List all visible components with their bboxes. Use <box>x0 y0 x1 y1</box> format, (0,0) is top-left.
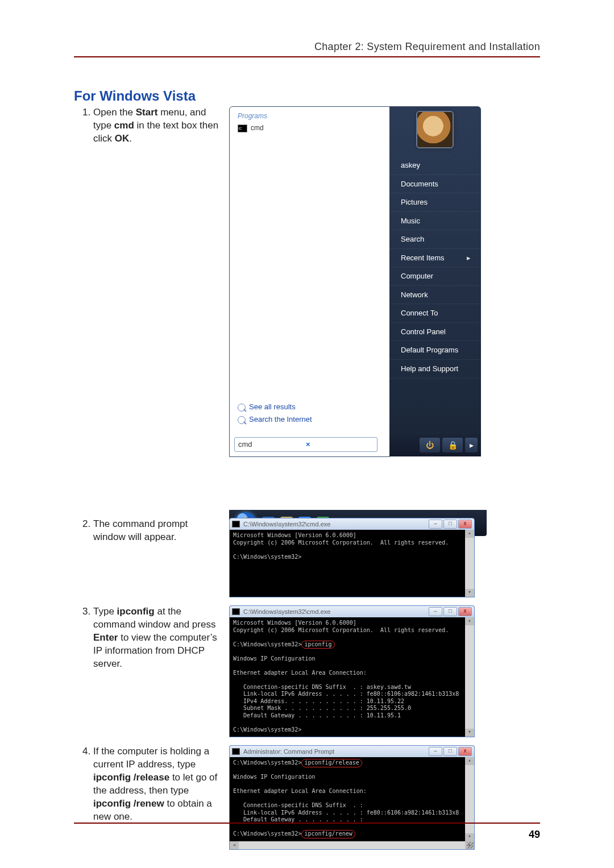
cmd-icon <box>232 608 240 615</box>
clear-search-icon[interactable]: × <box>306 439 374 450</box>
see-all-results[interactable]: See all results <box>238 402 296 412</box>
horizontal-scrollbar[interactable]: ◂▸ <box>230 841 474 849</box>
minimize-button[interactable]: – <box>429 520 442 529</box>
maximize-button[interactable]: □ <box>443 520 457 529</box>
close-button[interactable]: x <box>458 607 472 616</box>
user-name[interactable]: askey <box>389 156 481 175</box>
search-icon <box>238 416 246 424</box>
highlighted-command: ipconfig/release <box>301 759 362 767</box>
window-title: C:\Windows\system32\cmd.exe <box>243 520 429 529</box>
menu-computer[interactable]: Computer <box>389 267 481 286</box>
cmd-window-release-renew: Administrator: Command Prompt – □ x C:\W… <box>229 745 475 850</box>
step-2-text: The command prompt window will appear. <box>93 518 221 544</box>
resize-grip[interactable] <box>467 842 474 849</box>
running-header: Chapter 2: System Requirement and Instal… <box>74 41 540 53</box>
menu-connect-to[interactable]: Connect To <box>389 304 481 323</box>
section-title: For Windows Vista <box>74 88 540 104</box>
vertical-scrollbar[interactable]: ▴▾ <box>465 530 474 597</box>
menu-control-panel[interactable]: Control Panel <box>389 323 481 342</box>
terminal-output: Microsoft Windows [Version 6.0.6000] Cop… <box>233 532 449 560</box>
minimize-button[interactable]: – <box>429 607 442 616</box>
cmd-icon <box>232 521 240 528</box>
step-4-text: If the computer is holding a current IP … <box>93 745 221 824</box>
menu-recent-items[interactable]: Recent Items <box>389 249 481 268</box>
power-button[interactable]: ⏻ <box>420 438 440 452</box>
window-title: C:\Windows\system32\cmd.exe <box>243 608 429 616</box>
menu-music[interactable]: Music <box>389 212 481 231</box>
page-number: 49 <box>529 829 540 841</box>
minimize-button[interactable]: – <box>429 747 442 756</box>
cmd-icon <box>232 748 240 755</box>
user-avatar <box>417 112 453 147</box>
menu-search[interactable]: Search <box>389 230 481 249</box>
close-button[interactable]: x <box>458 747 472 756</box>
cmd-window-ipconfig: C:\Windows\system32\cmd.exe – □ x Micros… <box>229 605 475 737</box>
lock-button[interactable]: 🔒 <box>442 438 463 452</box>
menu-default-programs[interactable]: Default Programs <box>389 341 481 360</box>
vista-start-menu: Programs c:cmd See all results Search th… <box>229 106 481 510</box>
window-title: Administrator: Command Prompt <box>243 747 429 756</box>
menu-documents[interactable]: Documents <box>389 175 481 194</box>
header-rule <box>74 56 540 57</box>
menu-pictures[interactable]: Pictures <box>389 193 481 212</box>
program-item-cmd[interactable]: c:cmd <box>230 122 389 134</box>
terminal-output: C:\Windows\system32>ipconfig/release Win… <box>230 757 474 841</box>
terminal-output: Microsoft Windows [Version 6.0.6000] Cop… <box>230 617 474 737</box>
footer-rule <box>74 823 540 824</box>
cmd-icon: c: <box>238 124 247 132</box>
search-icon <box>238 404 246 412</box>
vertical-scrollbar[interactable]: ▴▾ <box>465 757 474 841</box>
shutdown-options-button[interactable]: ▸ <box>465 438 478 452</box>
maximize-button[interactable]: □ <box>443 747 457 756</box>
start-search-box[interactable]: cmd × <box>234 437 377 452</box>
close-button[interactable]: x <box>458 520 472 529</box>
search-value: cmd <box>238 439 306 450</box>
step-1-text: Open the Start menu, and type cmd in the… <box>93 106 221 146</box>
search-the-internet[interactable]: Search the Internet <box>238 414 312 425</box>
menu-help-support[interactable]: Help and Support <box>389 360 481 379</box>
programs-header: Programs <box>230 107 389 122</box>
highlighted-command: ipconfig <box>301 641 334 649</box>
cmd-window-blank: C:\Windows\system32\cmd.exe – □ x Micros… <box>229 518 475 597</box>
highlighted-command: ipconfig/renew <box>301 830 355 838</box>
menu-network[interactable]: Network <box>389 286 481 305</box>
maximize-button[interactable]: □ <box>443 607 457 616</box>
step-3-text: Type ipconfig at the command window and … <box>93 605 221 671</box>
vertical-scrollbar[interactable]: ▴▾ <box>465 617 474 737</box>
